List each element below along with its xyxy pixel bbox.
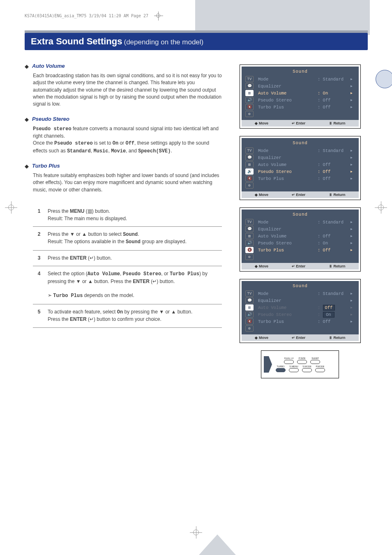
- tv-menu-panel: SoundTVMode: Standard▶💬Equalizer▶▥Auto V…: [240, 136, 361, 200]
- menu-icon: 🔊: [245, 168, 254, 175]
- menu-row[interactable]: 💬Equalizer▶: [242, 83, 359, 90]
- menu-row[interactable]: 🔇Turbo Plus: Off▶: [242, 104, 359, 111]
- menu-row[interactable]: ⚙: [242, 253, 359, 260]
- menu-label: Turbo Plus: [256, 248, 318, 253]
- menu-label: Pseudo Stereo: [256, 241, 318, 246]
- menu-icon: 🔊: [245, 240, 254, 246]
- menu-icon: ▥: [245, 161, 254, 168]
- menu-value: : Off: [318, 169, 350, 174]
- chevron-right-icon: ▶: [350, 292, 355, 295]
- menu-icon: ⚙: [245, 182, 254, 189]
- chevron-right-icon: ▶: [350, 77, 355, 81]
- chevron-right-icon: ▶: [350, 163, 355, 166]
- chevron-right-icon: ▶: [350, 299, 355, 302]
- menu-value: : On: [318, 312, 350, 318]
- menu-label: Auto Volume: [256, 305, 318, 310]
- panel-footer: ◆ Move↵ Enter⏸ Return: [242, 120, 359, 127]
- chevron-right-icon: ▶: [350, 149, 355, 152]
- menu-row[interactable]: TVMode: Standard▶: [242, 290, 359, 297]
- section-pseudo-stereo: ◆Pseudo Stereo Pseudo stereo feature con…: [25, 115, 222, 155]
- menu-label: Turbo Plus: [256, 319, 318, 324]
- tv-menu-panel: SoundTVMode: Standard▶💬Equalizer▶▥Auto V…: [240, 279, 361, 343]
- section-turbo-plus: ◆Turbo Plus This feature suitably emphas…: [25, 162, 222, 193]
- section-auto-volume: ◆Auto Volume Each broadcasting station h…: [25, 62, 222, 108]
- menu-label: Equalizer: [256, 227, 318, 232]
- chevron-right-icon: ▶: [350, 234, 355, 238]
- menu-row[interactable]: ⚙: [242, 182, 359, 189]
- move-hint: ◆ Move: [255, 193, 268, 197]
- chevron-right-icon: ▶: [350, 241, 355, 245]
- menu-label: Pseudo Stereo: [256, 169, 318, 174]
- enter-hint: ↵ Enter: [292, 193, 306, 197]
- panel-title: Sound: [242, 68, 359, 76]
- registration-mark: [5, 201, 17, 214]
- menu-row[interactable]: ▥Auto Volume: Off▶: [242, 233, 359, 240]
- menu-row[interactable]: ▥Auto Volume: Off▶: [242, 161, 359, 168]
- menu-label: Pseudo Stereo: [256, 98, 318, 103]
- registration-mark: [190, 526, 202, 539]
- move-hint: ◆ Move: [255, 121, 268, 125]
- menu-value: : Off: [318, 105, 350, 110]
- menu-value: : Off: [318, 176, 350, 181]
- print-header: KS7A(03415A)ENG_asia_TM75 3/19/04 11:20 …: [25, 12, 163, 21]
- menu-value: : On: [318, 91, 350, 96]
- chevron-right-icon: ▶: [350, 105, 355, 109]
- menu-row[interactable]: 🔊Pseudo Stereo: On▶: [242, 311, 359, 318]
- move-hint: ◆ Move: [255, 336, 268, 340]
- chevron-right-icon: ▶: [350, 313, 355, 316]
- menu-value: : Off: [318, 319, 350, 324]
- menu-label: Auto Volume: [256, 91, 318, 96]
- menu-row[interactable]: 🔇Turbo Plus: Off▶: [242, 318, 359, 325]
- panel-footer: ◆ Move↵ Enter⏸ Return: [242, 263, 359, 269]
- left-column: ◆Auto Volume Each broadcasting station h…: [25, 62, 222, 378]
- menu-icon: TV: [245, 219, 254, 225]
- menu-label: Equalizer: [256, 155, 318, 160]
- menu-row[interactable]: 💬Equalizer▶: [242, 297, 359, 304]
- steps-table: 1Press the MENU (▥) button.Result: The m…: [33, 204, 222, 327]
- menu-row[interactable]: ⚙: [242, 325, 359, 332]
- step-3-body: Press the ENTER (↵) button.: [45, 250, 222, 266]
- menu-row[interactable]: 💬Equalizer▶: [242, 154, 359, 161]
- chevron-right-icon: ▶: [350, 248, 355, 252]
- menu-icon: 💬: [245, 83, 254, 89]
- chevron-right-icon: ▶: [350, 98, 355, 102]
- menu-row[interactable]: 🔊Pseudo Stereo: Off▶: [242, 168, 359, 175]
- menu-row[interactable]: 🔊Pseudo Stereo: On▶: [242, 240, 359, 246]
- step-1-body: Press the MENU (▥) button.Result: The ma…: [45, 204, 222, 226]
- menu-row[interactable]: 🔊Pseudo Stereo: Off▶: [242, 97, 359, 104]
- menu-value: : Standard: [318, 148, 350, 153]
- menu-row[interactable]: 💬Equalizer▶: [242, 226, 359, 233]
- menu-label: Mode: [256, 148, 318, 153]
- menu-row[interactable]: ⚙: [242, 111, 359, 117]
- menu-value: : Off: [318, 98, 350, 103]
- menu-value: : Standard: [318, 220, 350, 225]
- menu-row[interactable]: ▥Auto Volume: On▶: [242, 90, 359, 97]
- menu-value: : On: [318, 241, 350, 246]
- menu-icon: 🔊: [245, 97, 254, 103]
- step-5-body: To activate each feature, select On by p…: [45, 304, 222, 327]
- registration-mark: [375, 201, 387, 214]
- remote-illustration: DUAL I-II P.SIZE SLEEP TURBO S.MENU S.MO…: [261, 350, 339, 378]
- menu-label: Pseudo Stereo: [256, 312, 318, 317]
- menu-row[interactable]: 🔇Turbo Plus: Off▶: [242, 175, 359, 182]
- menu-row[interactable]: ▥Auto Volume: Off▶: [242, 304, 359, 311]
- menu-row[interactable]: TVMode: Standard▶: [242, 76, 359, 83]
- menu-icon: 💬: [245, 154, 254, 161]
- page-title: Extra Sound Settings (depending on the m…: [25, 33, 368, 50]
- menu-row[interactable]: 🔇Turbo Plus: Off▶: [242, 246, 359, 253]
- menu-row[interactable]: TVMode: Standard▶: [242, 147, 359, 154]
- chevron-right-icon: ▶: [350, 220, 355, 224]
- menu-icon: 🔊: [245, 311, 254, 318]
- menu-icon: ▥: [245, 304, 254, 311]
- turbo-button[interactable]: TURBO: [274, 365, 287, 372]
- menu-icon: 💬: [245, 297, 254, 304]
- panel-title: Sound: [242, 283, 359, 290]
- step-4-body: Select the option (Auto Volume, Pseudo S…: [45, 266, 222, 304]
- chevron-right-icon: ▶: [350, 84, 355, 88]
- menu-row[interactable]: TVMode: Standard▶: [242, 219, 359, 226]
- enter-hint: ↵ Enter: [292, 264, 306, 268]
- menu-icon: 🔇: [245, 104, 254, 110]
- menu-icon: ⚙: [245, 111, 254, 117]
- enter-hint: ↵ Enter: [292, 121, 306, 125]
- menu-label: Auto Volume: [256, 234, 318, 239]
